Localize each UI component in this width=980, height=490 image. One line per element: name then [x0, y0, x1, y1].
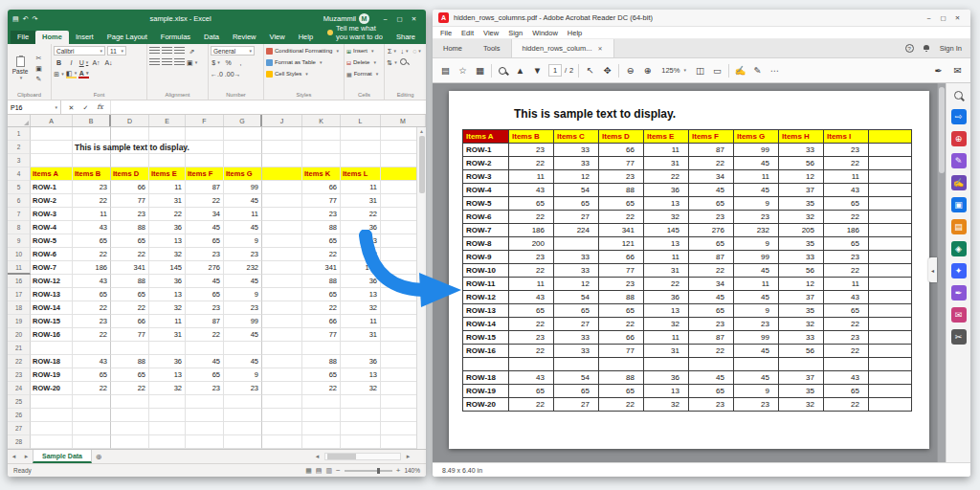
sort-filter-button[interactable]: ⇅ [387, 57, 397, 67]
cell-K5[interactable]: 66 [302, 181, 341, 194]
cell-B6[interactable]: 22 [73, 194, 111, 208]
increase-font-icon[interactable]: A↑ [91, 57, 101, 67]
bold-button[interactable]: B [54, 57, 64, 67]
row-header-27[interactable]: 27 [8, 422, 31, 435]
cell-G23[interactable]: 9 [224, 368, 262, 382]
cell-A4[interactable]: Items A [31, 167, 73, 181]
cell-E11[interactable]: 145 [149, 261, 186, 275]
cell-A22[interactable]: ROW-18 [31, 355, 73, 368]
cell-L19[interactable]: 11 [341, 315, 381, 328]
cell-D11[interactable]: 341 [111, 261, 149, 275]
cell-J17[interactable] [262, 288, 302, 301]
row-header-8[interactable]: 8 [8, 221, 31, 234]
cell-B3[interactable] [73, 154, 111, 167]
cell-J9[interactable] [262, 234, 302, 248]
page-down-icon[interactable]: ▼ [531, 66, 544, 76]
cell-B11[interactable]: 186 [73, 261, 111, 275]
cell-E23[interactable]: 13 [149, 368, 186, 382]
menu-edit[interactable]: Edit [461, 29, 474, 37]
cell-D22[interactable]: 88 [111, 355, 149, 368]
cell-F11[interactable]: 276 [186, 261, 224, 275]
fill-color-icon[interactable]: ◧ [66, 69, 77, 78]
cell-J11[interactable] [262, 261, 302, 275]
cell-D10[interactable]: 22 [111, 248, 149, 261]
ribbon-tab-review[interactable]: Review [226, 31, 263, 44]
cell-E5[interactable]: 11 [149, 181, 186, 194]
cell-F18[interactable]: 23 [186, 301, 224, 315]
menu-help[interactable]: Help [568, 29, 582, 37]
cell-F6[interactable]: 22 [186, 194, 224, 208]
cell-B16[interactable]: 43 [73, 275, 111, 288]
cell-A6[interactable]: ROW-2 [31, 194, 73, 208]
cell-D27[interactable] [111, 422, 149, 435]
row-header-19[interactable]: 19 [8, 315, 31, 328]
row-header-2[interactable]: 2 [8, 141, 31, 154]
cell-D25[interactable] [111, 395, 149, 409]
page-number-input[interactable]: 1 [548, 64, 562, 77]
cell-B1[interactable] [73, 127, 111, 141]
row-header-7[interactable]: 7 [8, 208, 31, 221]
hscroll-thumb[interactable] [327, 454, 356, 459]
menu-file[interactable]: File [440, 29, 452, 37]
cell-K4[interactable]: Items K [302, 167, 341, 181]
cell-A5[interactable]: ROW-1 [31, 181, 73, 194]
borders-icon[interactable]: ⊞ [54, 69, 64, 78]
find-select-button[interactable] [399, 57, 410, 67]
cell-K28[interactable] [302, 435, 341, 449]
zoom-slider-thumb[interactable] [377, 468, 380, 474]
cell-F24[interactable]: 23 [186, 382, 224, 395]
cell-G26[interactable] [224, 409, 262, 422]
cell-A25[interactable] [31, 395, 73, 409]
column-header-L[interactable]: L [341, 115, 381, 126]
cell-J22[interactable] [262, 355, 302, 368]
cell-E9[interactable]: 13 [149, 234, 186, 248]
comment-tool-icon[interactable]: ✍ [951, 175, 967, 190]
cell-D24[interactable]: 22 [111, 382, 149, 395]
cell-K10[interactable]: 22 [302, 248, 341, 261]
cell-J8[interactable] [262, 221, 302, 234]
column-header-M[interactable]: M [381, 115, 426, 126]
cell-G22[interactable]: 45 [224, 355, 262, 368]
cell-J5[interactable] [262, 181, 302, 194]
cell-L22[interactable]: 36 [341, 355, 381, 368]
enter-icon[interactable]: ✓ [80, 102, 91, 112]
cell-J24[interactable] [262, 382, 302, 395]
cell-G19[interactable]: 99 [224, 315, 262, 328]
zoom-out-icon[interactable] [336, 466, 341, 475]
cell-L23[interactable]: 13 [341, 368, 381, 382]
formula-input[interactable] [111, 100, 426, 114]
cell-F10[interactable]: 23 [186, 248, 224, 261]
cell-G1[interactable] [224, 127, 262, 141]
notifications-bell-icon[interactable] [923, 44, 931, 53]
cell-J21[interactable] [262, 342, 302, 355]
cell-F2[interactable] [186, 141, 224, 154]
delete-cells-button[interactable]: ⊟Delete [346, 57, 382, 67]
cell-B25[interactable] [73, 395, 111, 409]
cell-E18[interactable]: 32 [149, 301, 186, 315]
cell-K6[interactable]: 77 [302, 194, 341, 208]
cell-E7[interactable]: 22 [149, 208, 186, 221]
cell-K8[interactable]: 88 [302, 221, 341, 234]
cell-E19[interactable]: 11 [149, 315, 186, 328]
select-all-corner[interactable] [8, 115, 31, 126]
column-header-B[interactable]: B [73, 115, 111, 126]
column-header-K[interactable]: K [302, 115, 341, 126]
cell-L25[interactable] [341, 395, 381, 409]
protect-pdf-icon[interactable]: ✦ [951, 263, 967, 278]
row-header-16[interactable]: 16 [8, 275, 31, 288]
insert-function-icon[interactable]: fx [95, 102, 105, 112]
cell-F20[interactable]: 22 [186, 328, 224, 342]
edit-pdf-icon[interactable]: ✎ [951, 153, 967, 168]
cell-J25[interactable] [262, 395, 302, 409]
cell-K19[interactable]: 66 [302, 315, 341, 328]
save-icon[interactable]: ▤ [439, 66, 452, 76]
cell-A26[interactable] [31, 409, 73, 422]
cell-D5[interactable]: 66 [111, 181, 149, 194]
cell-A16[interactable]: ROW-12 [31, 275, 73, 288]
format-cells-button[interactable]: ▦Format [346, 69, 382, 78]
copy-icon[interactable]: ▣ [33, 64, 44, 74]
cell-J3[interactable] [262, 154, 302, 167]
menu-view[interactable]: View [483, 29, 499, 37]
cell-K27[interactable] [302, 422, 341, 435]
combine-files-icon[interactable]: ▣ [951, 197, 967, 212]
